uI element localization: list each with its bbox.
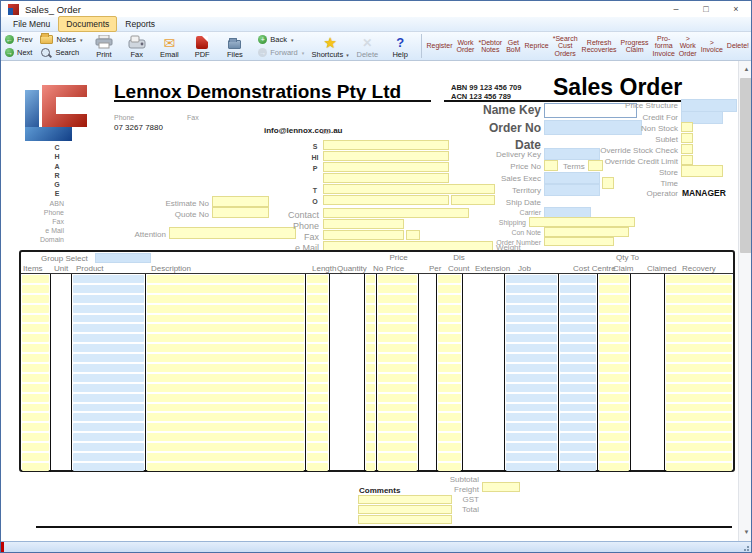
cell-input[interactable] xyxy=(22,334,49,342)
cell-input[interactable] xyxy=(73,344,144,352)
cell-input[interactable] xyxy=(560,285,596,293)
cell-input[interactable] xyxy=(366,433,375,441)
cell-input[interactable] xyxy=(560,453,596,461)
vertical-scrollbar[interactable]: ▲ ▼ xyxy=(738,61,752,541)
cell-input[interactable] xyxy=(599,394,629,402)
cell-input[interactable] xyxy=(307,305,328,313)
cell-input[interactable] xyxy=(366,404,375,412)
cell-input[interactable] xyxy=(22,295,49,303)
override-credit-checkbox[interactable] xyxy=(681,155,693,165)
cell-input[interactable] xyxy=(560,423,596,431)
cell-input[interactable] xyxy=(366,453,375,461)
cell-input[interactable] xyxy=(73,315,144,323)
cell-input[interactable] xyxy=(378,443,417,451)
cell-input[interactable] xyxy=(599,453,629,461)
cell-input[interactable] xyxy=(73,423,144,431)
cell-input[interactable] xyxy=(438,463,461,471)
cell-input[interactable] xyxy=(506,453,557,461)
cell-input[interactable] xyxy=(666,423,732,431)
cell-input[interactable] xyxy=(73,413,144,421)
ship-address-line-5[interactable] xyxy=(323,184,495,194)
cell-input[interactable] xyxy=(560,275,596,283)
pdf-button[interactable]: PDF xyxy=(187,33,218,59)
cell-input[interactable] xyxy=(22,374,49,382)
cell-input[interactable] xyxy=(307,463,328,471)
cell-input[interactable] xyxy=(560,305,596,313)
cell-input[interactable] xyxy=(22,453,49,461)
cell-input[interactable] xyxy=(599,404,629,412)
cell-input[interactable] xyxy=(506,394,557,402)
cell-input[interactable] xyxy=(378,433,417,441)
cell-input[interactable] xyxy=(438,305,461,313)
cell-input[interactable] xyxy=(73,334,144,342)
ship-phone-input[interactable] xyxy=(323,219,404,229)
cell-input[interactable] xyxy=(378,404,417,412)
cell-input[interactable] xyxy=(378,275,417,283)
cell-input[interactable] xyxy=(666,463,732,471)
cell-input[interactable] xyxy=(307,423,328,431)
scroll-down-button[interactable]: ▼ xyxy=(739,525,752,540)
cell-input[interactable] xyxy=(73,324,144,332)
cell-input[interactable] xyxy=(506,275,557,283)
cell-input[interactable] xyxy=(307,315,328,323)
non-stock-checkbox[interactable] xyxy=(681,122,693,132)
cell-input[interactable] xyxy=(438,384,461,392)
cell-input[interactable] xyxy=(506,344,557,352)
cell-input[interactable] xyxy=(307,433,328,441)
cell-input[interactable] xyxy=(73,374,144,382)
cell-input[interactable] xyxy=(438,443,461,451)
cell-input[interactable] xyxy=(307,275,328,283)
cell-input[interactable] xyxy=(147,315,304,323)
cell-input[interactable] xyxy=(22,443,49,451)
prev-button[interactable]: ← Prev xyxy=(3,34,34,46)
fax-button[interactable]: Fax xyxy=(121,33,152,59)
cell-input[interactable] xyxy=(506,364,557,372)
cell-input[interactable] xyxy=(307,443,328,451)
cell-input[interactable] xyxy=(307,344,328,352)
cell-input[interactable] xyxy=(599,315,629,323)
cell-input[interactable] xyxy=(506,354,557,362)
email-button[interactable]: ✉ Email xyxy=(154,33,185,59)
cell-input[interactable] xyxy=(438,285,461,293)
cell-input[interactable] xyxy=(147,275,304,283)
cell-input[interactable] xyxy=(666,305,732,313)
cell-input[interactable] xyxy=(666,354,732,362)
cell-input[interactable] xyxy=(73,305,144,313)
cell-input[interactable] xyxy=(378,463,417,471)
cell-input[interactable] xyxy=(307,354,328,362)
cell-input[interactable] xyxy=(366,463,375,471)
cell-input[interactable] xyxy=(147,423,304,431)
cell-input[interactable] xyxy=(378,354,417,362)
cell-input[interactable] xyxy=(378,285,417,293)
cell-input[interactable] xyxy=(666,344,732,352)
forward-button[interactable]: → Forward▾ xyxy=(256,47,306,59)
cell-input[interactable] xyxy=(22,394,49,402)
scroll-up-button[interactable]: ▲ xyxy=(739,62,752,77)
cell-input[interactable] xyxy=(366,394,375,402)
cell-input[interactable] xyxy=(666,285,732,293)
cell-input[interactable] xyxy=(22,463,49,471)
cell-input[interactable] xyxy=(666,413,732,421)
next-button[interactable]: → Next xyxy=(3,47,34,59)
cell-input[interactable] xyxy=(560,374,596,382)
cell-input[interactable] xyxy=(22,404,49,412)
action-button-reprice[interactable]: Reprice xyxy=(525,42,549,50)
cell-input[interactable] xyxy=(73,453,144,461)
cell-input[interactable] xyxy=(438,453,461,461)
cell-input[interactable] xyxy=(378,394,417,402)
cell-input[interactable] xyxy=(22,344,49,352)
cell-input[interactable] xyxy=(438,423,461,431)
ship-fax-ext-input[interactable] xyxy=(406,230,420,240)
cell-input[interactable] xyxy=(147,433,304,441)
cell-input[interactable] xyxy=(506,413,557,421)
cell-input[interactable] xyxy=(560,334,596,342)
sublet-checkbox[interactable] xyxy=(681,133,693,143)
cell-input[interactable] xyxy=(599,374,629,382)
cell-input[interactable] xyxy=(666,384,732,392)
action-button-delete[interactable]: Delete! xyxy=(727,42,749,50)
cell-input[interactable] xyxy=(22,315,49,323)
cell-input[interactable] xyxy=(560,463,596,471)
con-note-input[interactable] xyxy=(544,227,629,237)
cell-input[interactable] xyxy=(666,324,732,332)
cell-input[interactable] xyxy=(22,285,49,293)
